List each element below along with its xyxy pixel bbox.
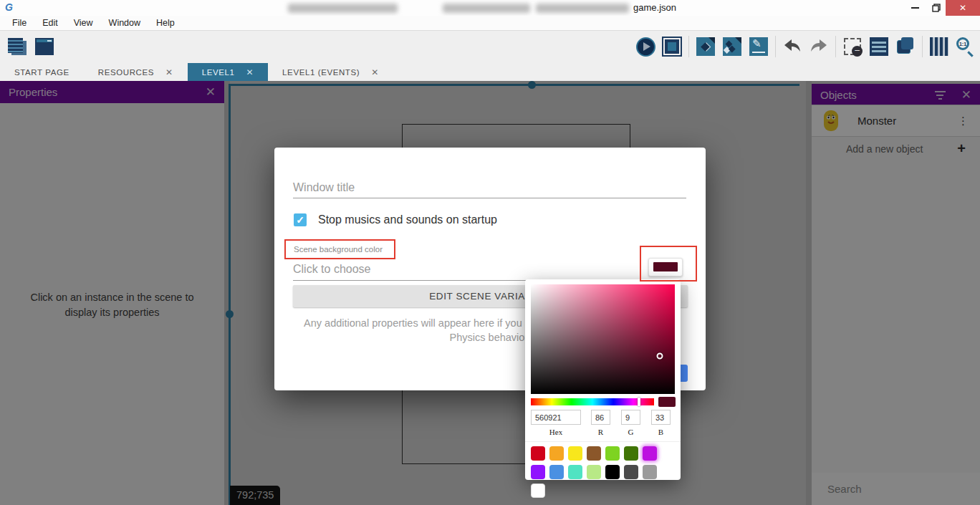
close-button[interactable]: ✕ xyxy=(946,0,980,16)
stop-sounds-label: Stop musics and sounds on startup xyxy=(318,213,497,226)
instances-list-icon xyxy=(870,37,888,56)
add-object-icon xyxy=(696,37,715,56)
preset-swatch[interactable] xyxy=(605,446,620,461)
preset-swatch[interactable] xyxy=(549,446,564,461)
toolbar-divider xyxy=(922,36,923,57)
start-page-icon xyxy=(35,38,54,55)
minimize-button[interactable] xyxy=(904,0,926,16)
start-page-button[interactable] xyxy=(34,37,54,57)
menu-edit[interactable]: Edit xyxy=(34,16,66,31)
preset-swatch-selected[interactable] xyxy=(643,446,657,461)
menu-view[interactable]: View xyxy=(66,16,101,31)
toolbar: ✎ 1:1 xyxy=(0,31,980,63)
toolbar-divider xyxy=(835,36,836,57)
preset-swatch[interactable] xyxy=(531,465,545,479)
redacted-path-segment xyxy=(443,4,530,13)
current-color-preview xyxy=(658,397,676,407)
preset-swatch[interactable] xyxy=(568,465,582,479)
grid-icon xyxy=(930,37,948,56)
hex-label: Hex xyxy=(531,428,581,436)
preset-swatch[interactable] xyxy=(605,465,620,479)
menu-help[interactable]: Help xyxy=(148,16,183,31)
close-icon: ✕ xyxy=(959,3,966,13)
zoom-original-button[interactable]: 1:1 xyxy=(956,37,976,57)
play-icon xyxy=(636,37,655,57)
edit-pencil-icon: ✎ xyxy=(749,37,768,56)
preset-swatch[interactable] xyxy=(587,465,601,479)
preview-button[interactable] xyxy=(635,37,655,57)
toggle-mask-button[interactable] xyxy=(842,37,863,57)
tab-close-icon[interactable]: ✕ xyxy=(246,67,254,77)
debugger-icon xyxy=(665,39,679,54)
saturation-cursor[interactable] xyxy=(657,353,663,360)
hex-input[interactable] xyxy=(531,410,581,425)
saturation-area[interactable] xyxy=(531,284,675,394)
tab-resources[interactable]: RESOURCES✕ xyxy=(84,63,188,81)
tab-level1[interactable]: LEVEL1✕ xyxy=(188,63,268,81)
debug-button[interactable] xyxy=(662,37,682,57)
color-field-value[interactable]: Click to choose xyxy=(293,263,371,276)
restore-icon xyxy=(932,4,941,12)
preset-swatch[interactable] xyxy=(587,446,601,461)
redo-button[interactable] xyxy=(809,37,829,57)
preset-swatch[interactable] xyxy=(531,446,545,461)
preset-swatches xyxy=(531,446,678,502)
window-title-document: game.json xyxy=(633,2,676,13)
green-label: G xyxy=(621,428,640,436)
layers-button[interactable] xyxy=(895,37,916,57)
field-underline xyxy=(293,198,686,198)
window-title-field[interactable]: Window title xyxy=(293,181,355,194)
stop-sounds-checkbox[interactable]: ✓ xyxy=(294,213,307,226)
preset-swatch[interactable] xyxy=(624,465,638,479)
toggle-grid-button[interactable] xyxy=(929,37,949,57)
preset-swatch[interactable] xyxy=(549,465,564,479)
mask-icon xyxy=(844,38,861,55)
edit-scene-button[interactable]: ✎ xyxy=(749,37,769,57)
annotation-box-color-swatch xyxy=(640,246,697,282)
preset-swatch[interactable] xyxy=(643,465,657,479)
undo-button[interactable] xyxy=(782,37,802,57)
add-object-button[interactable] xyxy=(696,37,716,57)
instances-list-button[interactable] xyxy=(869,37,889,57)
blue-label: B xyxy=(651,428,671,436)
preset-swatch[interactable] xyxy=(624,446,638,461)
objects-groups-button[interactable] xyxy=(722,37,742,57)
checkmark-icon: ✓ xyxy=(296,214,304,226)
menu-bar: File Edit View Window Help xyxy=(0,16,980,31)
menu-window[interactable]: Window xyxy=(101,16,148,31)
minimize-icon xyxy=(911,7,919,9)
tab-level1-events[interactable]: LEVEL1 (EVENTS)✕ xyxy=(268,63,393,81)
red-input[interactable] xyxy=(591,410,610,425)
red-label: R xyxy=(591,428,610,436)
zoom-1-1-icon: 1:1 xyxy=(956,37,976,57)
toolbar-divider xyxy=(688,36,689,57)
blue-input[interactable] xyxy=(651,410,671,425)
hue-cursor[interactable] xyxy=(638,398,640,406)
green-input[interactable] xyxy=(621,410,640,425)
hue-slider[interactable] xyxy=(531,398,654,405)
redacted-path-segment xyxy=(288,4,398,13)
preset-swatch[interactable] xyxy=(568,446,582,461)
tab-close-icon[interactable]: ✕ xyxy=(371,67,379,77)
preset-swatch[interactable] xyxy=(531,484,545,498)
undo-icon xyxy=(783,39,802,54)
editor-tabs: START PAGE RESOURCES✕ LEVEL1✕ LEVEL1 (EV… xyxy=(0,63,980,81)
tab-start-page[interactable]: START PAGE xyxy=(0,63,84,81)
gdevelop-window: G game.json ✕ File Edit View Window Help xyxy=(0,0,980,505)
picker-divider xyxy=(525,441,681,442)
title-bar: G game.json ✕ xyxy=(0,0,980,16)
restore-button[interactable] xyxy=(926,0,947,16)
toolbar-divider xyxy=(775,36,776,57)
redacted-path-segment xyxy=(536,4,629,13)
project-manager-button[interactable] xyxy=(7,37,27,57)
objects-groups-icon xyxy=(723,37,741,56)
gdevelop-logo-icon: G xyxy=(5,1,13,13)
redo-icon xyxy=(810,39,828,54)
menu-file[interactable]: File xyxy=(4,16,34,31)
layers-icon xyxy=(896,37,915,56)
color-picker-popover: Hex R G B xyxy=(525,279,681,480)
project-manager-icon xyxy=(8,38,27,55)
tab-close-icon[interactable]: ✕ xyxy=(165,67,173,77)
annotation-box-scene-background-color xyxy=(284,239,395,259)
